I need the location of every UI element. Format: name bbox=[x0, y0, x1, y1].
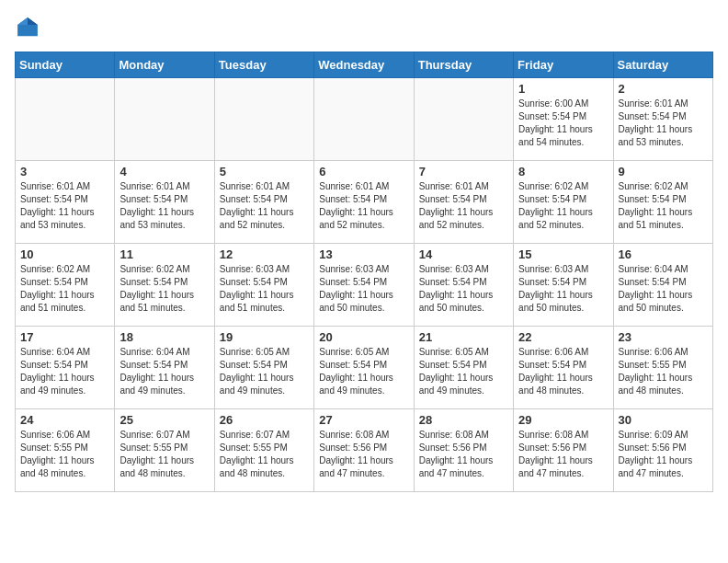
calendar-cell bbox=[214, 78, 313, 161]
weekday-header: Wednesday bbox=[314, 52, 414, 78]
logo bbox=[15, 15, 44, 40]
day-number: 30 bbox=[619, 413, 708, 427]
calendar-week-row: 10Sunrise: 6:02 AM Sunset: 5:54 PM Dayli… bbox=[16, 244, 713, 327]
day-number: 3 bbox=[20, 165, 109, 178]
day-info: Sunrise: 6:02 AM Sunset: 5:54 PM Dayligh… bbox=[119, 263, 209, 315]
calendar-week-row: 1Sunrise: 6:00 AM Sunset: 5:54 PM Daylig… bbox=[16, 78, 713, 161]
day-info: Sunrise: 6:07 AM Sunset: 5:55 PM Dayligh… bbox=[220, 429, 309, 480]
calendar-cell: 13Sunrise: 6:03 AM Sunset: 5:54 PM Dayli… bbox=[314, 244, 414, 327]
day-number: 15 bbox=[518, 247, 608, 261]
day-number: 23 bbox=[619, 330, 708, 344]
day-number: 27 bbox=[319, 413, 408, 427]
day-info: Sunrise: 6:04 AM Sunset: 5:54 PM Dayligh… bbox=[20, 346, 109, 397]
day-number: 29 bbox=[518, 413, 608, 427]
calendar-cell: 15Sunrise: 6:03 AM Sunset: 5:54 PM Dayli… bbox=[514, 244, 613, 327]
day-info: Sunrise: 6:01 AM Sunset: 5:54 PM Dayligh… bbox=[319, 180, 408, 232]
day-info: Sunrise: 6:01 AM Sunset: 5:54 PM Dayligh… bbox=[619, 98, 708, 149]
day-info: Sunrise: 6:06 AM Sunset: 5:54 PM Dayligh… bbox=[518, 346, 608, 397]
calendar-week-row: 3Sunrise: 6:01 AM Sunset: 5:54 PM Daylig… bbox=[16, 161, 713, 244]
day-info: Sunrise: 6:02 AM Sunset: 5:54 PM Dayligh… bbox=[518, 180, 608, 232]
day-number: 14 bbox=[419, 247, 508, 261]
day-number: 26 bbox=[220, 413, 309, 427]
day-info: Sunrise: 6:08 AM Sunset: 5:56 PM Dayligh… bbox=[319, 429, 408, 480]
day-info: Sunrise: 6:02 AM Sunset: 5:54 PM Dayligh… bbox=[619, 180, 708, 232]
calendar-cell bbox=[115, 78, 214, 161]
calendar-cell: 8Sunrise: 6:02 AM Sunset: 5:54 PM Daylig… bbox=[514, 161, 613, 244]
day-number: 24 bbox=[20, 413, 109, 427]
day-info: Sunrise: 6:00 AM Sunset: 5:54 PM Dayligh… bbox=[518, 98, 608, 149]
calendar-cell: 22Sunrise: 6:06 AM Sunset: 5:54 PM Dayli… bbox=[514, 327, 613, 409]
calendar-cell: 6Sunrise: 6:01 AM Sunset: 5:54 PM Daylig… bbox=[314, 161, 414, 244]
calendar-cell: 28Sunrise: 6:08 AM Sunset: 5:56 PM Dayli… bbox=[414, 409, 513, 492]
svg-marker-1 bbox=[28, 17, 38, 25]
calendar-cell: 5Sunrise: 6:01 AM Sunset: 5:54 PM Daylig… bbox=[214, 161, 313, 244]
svg-marker-2 bbox=[17, 17, 28, 25]
calendar-cell: 7Sunrise: 6:01 AM Sunset: 5:54 PM Daylig… bbox=[414, 161, 513, 244]
calendar-table: SundayMondayTuesdayWednesdayThursdayFrid… bbox=[15, 52, 713, 492]
calendar-cell: 23Sunrise: 6:06 AM Sunset: 5:55 PM Dayli… bbox=[613, 327, 712, 409]
calendar-cell: 12Sunrise: 6:03 AM Sunset: 5:54 PM Dayli… bbox=[214, 244, 313, 327]
calendar-cell: 24Sunrise: 6:06 AM Sunset: 5:55 PM Dayli… bbox=[16, 409, 115, 492]
logo-icon bbox=[15, 15, 40, 40]
calendar-cell: 17Sunrise: 6:04 AM Sunset: 5:54 PM Dayli… bbox=[16, 327, 115, 409]
weekday-header: Monday bbox=[115, 52, 214, 78]
calendar-cell: 9Sunrise: 6:02 AM Sunset: 5:54 PM Daylig… bbox=[613, 161, 712, 244]
day-number: 28 bbox=[419, 413, 508, 427]
calendar-cell: 10Sunrise: 6:02 AM Sunset: 5:54 PM Dayli… bbox=[16, 244, 115, 327]
page-header bbox=[15, 15, 713, 40]
calendar-cell: 11Sunrise: 6:02 AM Sunset: 5:54 PM Dayli… bbox=[115, 244, 214, 327]
day-number: 10 bbox=[20, 247, 109, 261]
calendar-cell: 14Sunrise: 6:03 AM Sunset: 5:54 PM Dayli… bbox=[414, 244, 513, 327]
weekday-header: Tuesday bbox=[214, 52, 313, 78]
day-number: 25 bbox=[119, 413, 209, 427]
day-info: Sunrise: 6:05 AM Sunset: 5:54 PM Dayligh… bbox=[319, 346, 408, 397]
day-number: 20 bbox=[319, 330, 408, 344]
calendar-cell bbox=[16, 78, 115, 161]
calendar-cell bbox=[414, 78, 513, 161]
day-number: 21 bbox=[419, 330, 508, 344]
calendar-cell: 4Sunrise: 6:01 AM Sunset: 5:54 PM Daylig… bbox=[115, 161, 214, 244]
day-info: Sunrise: 6:03 AM Sunset: 5:54 PM Dayligh… bbox=[518, 263, 608, 315]
calendar-cell: 19Sunrise: 6:05 AM Sunset: 5:54 PM Dayli… bbox=[214, 327, 313, 409]
day-info: Sunrise: 6:05 AM Sunset: 5:54 PM Dayligh… bbox=[419, 346, 508, 397]
calendar-week-row: 24Sunrise: 6:06 AM Sunset: 5:55 PM Dayli… bbox=[16, 409, 713, 492]
calendar-cell: 21Sunrise: 6:05 AM Sunset: 5:54 PM Dayli… bbox=[414, 327, 513, 409]
day-info: Sunrise: 6:01 AM Sunset: 5:54 PM Dayligh… bbox=[220, 180, 309, 232]
weekday-header: Thursday bbox=[414, 52, 513, 78]
weekday-header: Sunday bbox=[16, 52, 115, 78]
calendar-cell: 27Sunrise: 6:08 AM Sunset: 5:56 PM Dayli… bbox=[314, 409, 414, 492]
day-info: Sunrise: 6:02 AM Sunset: 5:54 PM Dayligh… bbox=[20, 263, 109, 315]
day-info: Sunrise: 6:01 AM Sunset: 5:54 PM Dayligh… bbox=[20, 180, 109, 232]
day-info: Sunrise: 6:08 AM Sunset: 5:56 PM Dayligh… bbox=[518, 429, 608, 480]
day-number: 5 bbox=[220, 165, 309, 178]
calendar-cell bbox=[314, 78, 414, 161]
day-number: 11 bbox=[119, 247, 209, 261]
calendar-cell: 16Sunrise: 6:04 AM Sunset: 5:54 PM Dayli… bbox=[613, 244, 712, 327]
day-info: Sunrise: 6:04 AM Sunset: 5:54 PM Dayligh… bbox=[619, 263, 708, 315]
day-info: Sunrise: 6:01 AM Sunset: 5:54 PM Dayligh… bbox=[419, 180, 508, 232]
weekday-header: Saturday bbox=[613, 52, 712, 78]
day-number: 7 bbox=[419, 165, 508, 178]
day-number: 6 bbox=[319, 165, 408, 178]
day-info: Sunrise: 6:06 AM Sunset: 5:55 PM Dayligh… bbox=[20, 429, 109, 480]
calendar-cell: 29Sunrise: 6:08 AM Sunset: 5:56 PM Dayli… bbox=[514, 409, 613, 492]
day-number: 19 bbox=[220, 330, 309, 344]
day-number: 17 bbox=[20, 330, 109, 344]
calendar-cell: 26Sunrise: 6:07 AM Sunset: 5:55 PM Dayli… bbox=[214, 409, 313, 492]
day-info: Sunrise: 6:06 AM Sunset: 5:55 PM Dayligh… bbox=[619, 346, 708, 397]
day-info: Sunrise: 6:07 AM Sunset: 5:55 PM Dayligh… bbox=[119, 429, 209, 480]
day-number: 2 bbox=[619, 82, 708, 96]
day-info: Sunrise: 6:05 AM Sunset: 5:54 PM Dayligh… bbox=[220, 346, 309, 397]
day-info: Sunrise: 6:04 AM Sunset: 5:54 PM Dayligh… bbox=[119, 346, 209, 397]
day-number: 18 bbox=[119, 330, 209, 344]
day-info: Sunrise: 6:03 AM Sunset: 5:54 PM Dayligh… bbox=[319, 263, 408, 315]
calendar-cell: 25Sunrise: 6:07 AM Sunset: 5:55 PM Dayli… bbox=[115, 409, 214, 492]
day-number: 1 bbox=[518, 82, 608, 96]
day-number: 9 bbox=[619, 165, 708, 178]
day-number: 8 bbox=[518, 165, 608, 178]
day-number: 12 bbox=[220, 247, 309, 261]
day-number: 13 bbox=[319, 247, 408, 261]
calendar-cell: 18Sunrise: 6:04 AM Sunset: 5:54 PM Dayli… bbox=[115, 327, 214, 409]
day-number: 16 bbox=[619, 247, 708, 261]
weekday-header: Friday bbox=[514, 52, 613, 78]
